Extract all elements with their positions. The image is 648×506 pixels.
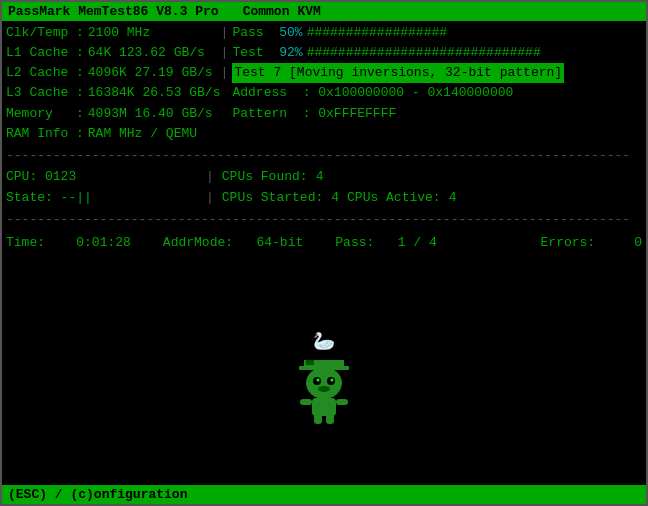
clk-temp-row: Clk/Temp : 2100 MHz [6, 23, 220, 43]
pattern-value: : 0xFFFEFFFF [303, 104, 397, 124]
left-column: Clk/Temp : 2100 MHz L1 Cache : 64K 123.6… [6, 23, 220, 144]
graphic-area: 🦢 [6, 258, 642, 483]
svg-point-6 [317, 378, 320, 381]
ram-info-row: RAM Info : RAM MHz / QEMU [6, 124, 220, 144]
memory-value: 4093M 16.40 GB/s [88, 104, 213, 124]
time-row: Time: 0:01:28 AddrMode: 64-bit Pass: 1 /… [6, 233, 642, 254]
cpu-row-1: CPU: 0123 | CPUs Found: 4 [6, 167, 642, 188]
address-label: Address [232, 83, 302, 103]
l3-cache-value: 16384K 26.53 GB/s [88, 83, 221, 103]
terminal-window: PassMark MemTest86 V8.3 Pro Common KVM C… [0, 0, 648, 506]
addrmode-value: 64-bit [256, 235, 303, 250]
cpu-section: CPU: 0123 | CPUs Found: 4 State: --|| | … [6, 167, 642, 209]
title-bar: PassMark MemTest86 V8.3 Pro Common KVM [2, 2, 646, 21]
cpus-found-value: 4 [316, 167, 324, 188]
svg-rect-13 [326, 414, 334, 424]
address-row: Address : 0x100000000 - 0x140000000 [232, 83, 642, 103]
svg-rect-2 [306, 360, 314, 365]
memory-row: Memory : 4093M 16.40 GB/s [6, 104, 220, 124]
pass-item: Pass: 1 / 4 [335, 233, 436, 254]
separator-line: ----------------------------------------… [6, 148, 642, 163]
ram-info-value: RAM MHz / QEMU [88, 124, 197, 144]
title-passmark: PassMark MemTest86 V8.3 Pro [8, 4, 219, 19]
esc-key: (ESC) [8, 487, 47, 502]
pass-row: Pass 50% ################## [232, 23, 642, 43]
cpus-found-label: CPUs Found: [222, 167, 308, 188]
test-bar: ############################## [307, 43, 541, 63]
time-label: Time: 0:01:28 [6, 233, 131, 254]
address-value: : 0x100000000 - 0x140000000 [303, 83, 514, 103]
cpus-active-value: 4 [449, 188, 457, 209]
test-label: Test [232, 43, 279, 63]
cpu-state: State: --|| [6, 188, 206, 209]
mascot-svg [294, 355, 354, 425]
clk-temp-value: 2100 MHz [88, 23, 150, 43]
l2-cache-row: L2 Cache : 4096K 27.19 GB/s [6, 63, 220, 83]
svg-point-3 [306, 367, 342, 399]
main-content: Clk/Temp : 2100 MHz L1 Cache : 64K 123.6… [2, 21, 646, 485]
addrmode-item: AddrMode: 64-bit [163, 233, 303, 254]
memory-label: Memory [6, 104, 76, 124]
svg-rect-9 [312, 398, 336, 416]
pass-count-value: 1 / 4 [398, 235, 437, 250]
pass-label: Pass [232, 23, 279, 43]
config-option[interactable]: (c)onfiguration [70, 487, 187, 502]
mascot-figure: 🦢 [294, 331, 354, 430]
title-common: Common [243, 4, 290, 19]
time-section: Time: 0:01:28 AddrMode: 64-bit Pass: 1 /… [6, 233, 642, 254]
test7-row: Test 7 [Moving inversions, 32-bit patter… [232, 63, 642, 83]
l1-cache-value: 64K 123.62 GB/s [88, 43, 205, 63]
cpus-started-label: CPUs Started: [222, 188, 323, 209]
time-value: 0:01:28 [76, 235, 131, 250]
test7-highlight: Test 7 [Moving inversions, 32-bit patter… [232, 63, 564, 83]
svg-rect-12 [314, 414, 322, 424]
l3-cache-label: L3 Cache [6, 83, 76, 103]
svg-point-7 [331, 378, 334, 381]
vertical-divider: | | | [220, 23, 232, 144]
info-section: Clk/Temp : 2100 MHz L1 Cache : 64K 123.6… [6, 23, 642, 144]
pattern-row: Pattern : 0xFFFEFFFF [232, 104, 642, 124]
clk-temp-label: Clk/Temp [6, 23, 76, 43]
svg-rect-11 [336, 399, 348, 405]
l2-cache-value: 4096K 27.19 GB/s [88, 63, 213, 83]
right-column: Pass 50% ################## Test 92% ###… [232, 23, 642, 144]
pass-pct: 50% [279, 23, 302, 43]
errors-item: Errors: 0 [541, 233, 642, 254]
svg-rect-10 [300, 399, 312, 405]
l1-cache-row: L1 Cache : 64K 123.62 GB/s [6, 43, 220, 63]
separator-line-2: ----------------------------------------… [6, 212, 642, 227]
slash-divider: / [55, 487, 63, 502]
svg-point-8 [318, 386, 330, 392]
cpu-id: CPU: 0123 [6, 167, 206, 188]
cpus-active-label: CPUs Active: [347, 188, 441, 209]
l2-cache-label: L2 Cache [6, 63, 76, 83]
l1-cache-label: L1 Cache [6, 43, 76, 63]
pass-bar: ################## [307, 23, 447, 43]
bottom-bar[interactable]: (ESC) / (c)onfiguration [2, 485, 646, 504]
cpu-row-2: State: --|| | CPUs Started: 4 CPUs Activ… [6, 188, 642, 209]
errors-value: 0 [634, 235, 642, 250]
test-row: Test 92% ############################## [232, 43, 642, 63]
test-pct: 92% [279, 43, 302, 63]
pattern-label: Pattern [232, 104, 302, 124]
ram-info-label: RAM Info [6, 124, 76, 144]
l3-cache-row: L3 Cache : 16384K 26.53 GB/s [6, 83, 220, 103]
title-kvm: KVM [297, 4, 320, 19]
cpus-started-value: 4 [331, 188, 339, 209]
